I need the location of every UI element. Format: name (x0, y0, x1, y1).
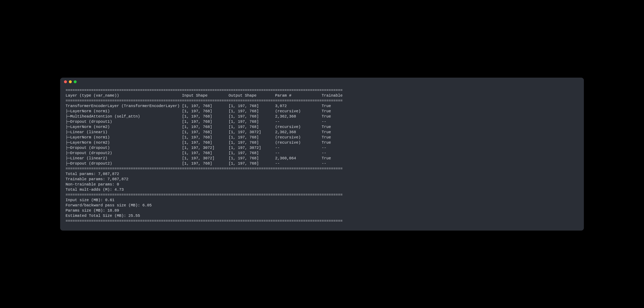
summary-line: Forward/backward pass size (MB): 6.05 (66, 203, 578, 208)
terminal-window: ========================================… (60, 78, 584, 231)
maximize-icon[interactable] (74, 80, 76, 83)
table-row: ├─LayerNorm (norm2) [1, 197, 768] [1, 19… (66, 140, 578, 145)
table-row: ├─LayerNorm (norm1) [1, 197, 768] [1, 19… (66, 135, 578, 140)
summary-line: Estimated Total Size (MB): 25.55 (66, 213, 578, 218)
table-row: ├─LayerNorm (norm1) [1, 197, 768] [1, 19… (66, 109, 578, 114)
rule-line: ========================================… (66, 166, 578, 171)
summary-line: Total mult-adds (M): 4.73 (66, 187, 578, 192)
rule-line: ========================================… (66, 88, 578, 93)
table-row: ├─Linear (linear1) [1, 197, 768] [1, 197… (66, 130, 578, 135)
table-row: TransformerEncoderLayer (TransformerEnco… (66, 103, 578, 109)
table-row: ├─Dropout (dropout) [1, 197, 3072] [1, 1… (66, 145, 578, 151)
terminal-output: ========================================… (60, 86, 584, 231)
minimize-icon[interactable] (69, 80, 72, 83)
summary-line: Input size (MB): 0.61 (66, 197, 578, 203)
summary-line: Trainable params: 7,087,872 (66, 176, 578, 182)
table-row: ├─MultiheadAttention (self_attn) [1, 197… (66, 114, 578, 119)
table-row: ├─LayerNorm (norm2) [1, 197, 768] [1, 19… (66, 124, 578, 130)
summary-line: Total params: 7,087,872 (66, 171, 578, 176)
table-row: ├─Dropout (dropout2) [1, 197, 768] [1, 1… (66, 151, 578, 156)
table-row: ├─Dropout (dropout2) [1, 197, 768] [1, 1… (66, 161, 578, 166)
table-row: ├─Dropout (dropout1) [1, 197, 768] [1, 1… (66, 119, 578, 124)
table-row: ├─Linear (linear2) [1, 197, 3072] [1, 19… (66, 156, 578, 161)
table-header: Layer (type (var_name)) Input Shape Outp… (66, 93, 578, 98)
rule-line: ========================================… (66, 218, 578, 224)
summary-line: Non-trainable params: 0 (66, 182, 578, 187)
window-titlebar (60, 78, 584, 86)
summary-line: Params size (MB): 18.89 (66, 208, 578, 213)
close-icon[interactable] (64, 80, 67, 83)
rule-line: ========================================… (66, 192, 578, 197)
rule-line: ========================================… (66, 98, 578, 103)
